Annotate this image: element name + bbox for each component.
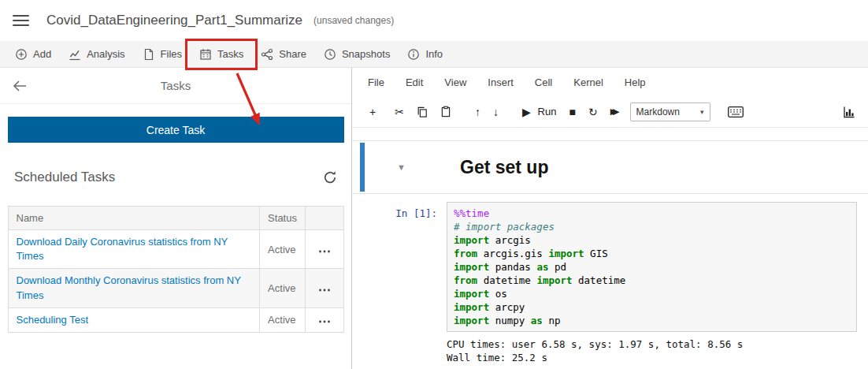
notebook-menubar: FileEditViewInsertCellKernelHelp xyxy=(352,68,868,96)
code-cell[interactable]: In [1]: %%time# import packagesimport ar… xyxy=(352,202,868,332)
task-status: Active xyxy=(260,230,306,269)
code-line: from arcgis.gis import GIS xyxy=(454,247,850,260)
create-task-button[interactable]: Create Task xyxy=(8,117,344,143)
hamburger-menu-icon[interactable] xyxy=(13,15,29,26)
menu-kernel[interactable]: Kernel xyxy=(573,76,603,88)
table-header-row: NameStatus xyxy=(8,207,343,230)
task-status: Active xyxy=(260,308,306,332)
scheduled-tasks-section: Scheduled Tasks xyxy=(14,170,337,185)
code-line: from datetime import datetime xyxy=(454,274,850,287)
chart-tools-icon[interactable] xyxy=(836,102,862,121)
menu-insert[interactable]: Insert xyxy=(488,76,514,88)
app-header: Covid_DataEngineering_Part1_Summarize (u… xyxy=(0,0,868,41)
toolbar-item-snapshots[interactable]: Snapshots xyxy=(315,41,399,67)
column-header-name: Name xyxy=(8,207,260,230)
main-toolbar: AddAnalysisFilesTasksShareSnapshotsInfo xyxy=(0,41,868,68)
restart-run-all-icon[interactable]: ▶▶ xyxy=(604,103,622,120)
run-button[interactable]: ▶ Run xyxy=(516,102,563,121)
scheduled-tasks-table: NameStatus Download Daily Coronavirus st… xyxy=(8,206,344,333)
paste-cell-icon[interactable] xyxy=(434,102,458,121)
row-actions-icon[interactable] xyxy=(305,269,343,308)
copy-cell-icon[interactable] xyxy=(410,103,434,121)
add-cell-button[interactable]: + xyxy=(363,102,382,121)
cell-type-value: Markdown xyxy=(636,106,680,117)
notebook-toolbar: + ✂ ↑ ↓ ▶ Run ■ ↻ ▶▶ Markdown ▾ xyxy=(352,96,868,128)
add-icon xyxy=(15,48,28,61)
markdown-cell[interactable]: ▼ Get set up xyxy=(352,140,868,194)
code-line: # import packages xyxy=(454,220,850,233)
column-header-status: Status xyxy=(260,207,306,230)
output-line: Wall time: 25.2 s xyxy=(447,351,868,364)
snapshots-icon xyxy=(324,48,336,61)
toolbar-item-label: Files xyxy=(161,48,182,60)
task-status: Active xyxy=(260,269,306,308)
info-icon xyxy=(407,48,420,61)
tasks-icon xyxy=(199,48,212,61)
toolbar-item-tasks[interactable]: Tasks xyxy=(191,41,252,67)
scheduled-tasks-heading: Scheduled Tasks xyxy=(14,170,115,185)
code-editor[interactable]: %%time# import packagesimport arcgisfrom… xyxy=(447,202,857,332)
cell-output: CPU times: user 6.58 s, sys: 1.97 s, tot… xyxy=(447,337,868,364)
code-line: import arcpy xyxy=(454,300,850,314)
menu-help[interactable]: Help xyxy=(625,76,646,88)
panel-title: Tasks xyxy=(0,79,351,92)
toolbar-item-label: Tasks xyxy=(217,48,243,60)
notebook-panel: FileEditViewInsertCellKernelHelp + ✂ ↑ ↓… xyxy=(352,68,868,369)
restart-kernel-icon[interactable]: ↻ xyxy=(582,102,604,121)
toolbar-item-label: Add xyxy=(33,48,51,60)
code-line: import numpy as np xyxy=(454,314,850,327)
toolbar-item-label: Share xyxy=(279,48,306,60)
toolbar-item-files[interactable]: Files xyxy=(134,41,191,67)
row-actions-icon[interactable] xyxy=(305,308,343,332)
code-line: import arcgis xyxy=(454,233,850,247)
selected-cell-indicator xyxy=(360,143,365,192)
menu-cell[interactable]: Cell xyxy=(535,76,552,88)
menu-file[interactable]: File xyxy=(368,76,384,88)
row-actions-icon[interactable] xyxy=(305,230,343,269)
command-palette-icon[interactable] xyxy=(721,103,750,121)
unsaved-changes-label: (unsaved changes) xyxy=(313,15,394,26)
analysis-icon xyxy=(69,48,81,61)
move-cell-down-icon[interactable]: ↓ xyxy=(487,102,505,121)
tasks-panel: Tasks Create Task Scheduled Tasks NameSt… xyxy=(0,68,352,369)
menu-view[interactable]: View xyxy=(444,76,466,88)
cell-type-dropdown[interactable]: Markdown ▾ xyxy=(630,102,710,121)
back-icon[interactable] xyxy=(13,80,27,91)
toolbar-item-analysis[interactable]: Analysis xyxy=(60,41,133,67)
toolbar-item-info[interactable]: Info xyxy=(399,41,451,67)
toolbar-item-label: Info xyxy=(425,48,443,60)
move-cell-up-icon[interactable]: ↑ xyxy=(469,102,487,121)
toolbar-item-add[interactable]: Add xyxy=(6,41,60,67)
code-line: import os xyxy=(454,287,850,300)
markdown-heading: Get set up xyxy=(460,157,548,178)
cut-cell-icon[interactable]: ✂ xyxy=(388,102,410,121)
refresh-icon[interactable] xyxy=(323,170,337,184)
code-line: %%time xyxy=(454,207,850,220)
toolbar-item-label: Analysis xyxy=(87,48,124,60)
stop-kernel-icon[interactable]: ■ xyxy=(562,102,581,121)
table-row: Download Monthly Coronavirus statistics … xyxy=(8,269,343,308)
task-link[interactable]: Scheduling Test xyxy=(17,314,89,326)
table-row: Scheduling TestActive xyxy=(8,308,343,332)
column-header-actions xyxy=(305,207,343,230)
input-prompt: In [1]: xyxy=(352,202,447,219)
share-icon xyxy=(261,48,273,61)
notebook-title: Covid_DataEngineering_Part1_Summarize xyxy=(46,13,302,28)
toolbar-item-share[interactable]: Share xyxy=(252,41,315,67)
task-link[interactable]: Download Monthly Coronavirus statistics … xyxy=(17,274,241,300)
task-link[interactable]: Download Daily Coronavirus statistics fr… xyxy=(17,236,228,262)
collapse-heading-icon[interactable]: ▼ xyxy=(397,162,406,172)
app-window: Covid_DataEngineering_Part1_Summarize (u… xyxy=(0,0,868,369)
output-line: CPU times: user 6.58 s, sys: 1.97 s, tot… xyxy=(447,337,868,351)
files-icon xyxy=(143,48,155,61)
toolbar-item-label: Snapshots xyxy=(342,48,390,60)
chevron-down-icon: ▾ xyxy=(700,108,704,116)
menu-edit[interactable]: Edit xyxy=(406,76,423,88)
content-area: Tasks Create Task Scheduled Tasks NameSt… xyxy=(0,68,868,369)
tasks-panel-header: Tasks xyxy=(0,68,351,104)
code-line: import pandas as pd xyxy=(454,260,850,274)
table-row: Download Daily Coronavirus statistics fr… xyxy=(8,230,343,269)
